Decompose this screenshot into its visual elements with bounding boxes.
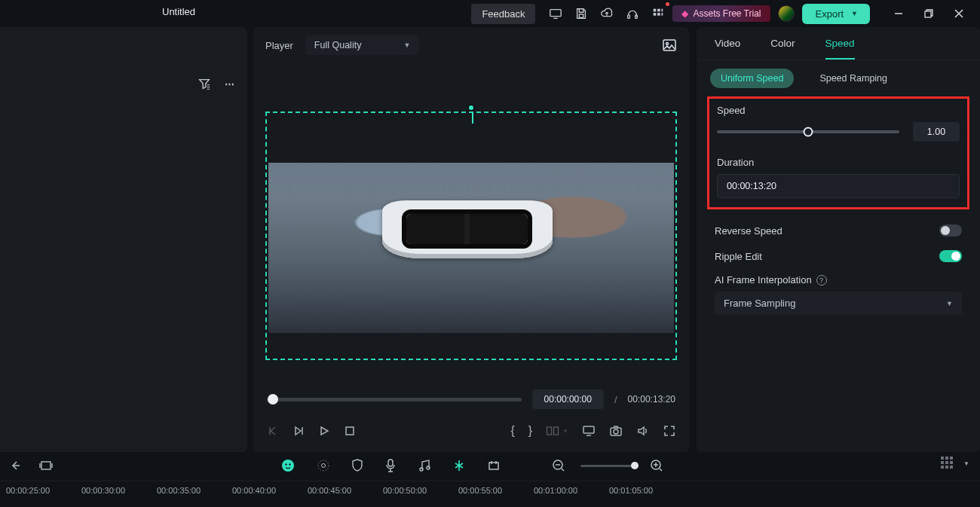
chevron-down-icon: ▼ xyxy=(946,300,953,307)
svg-rect-16 xyxy=(583,426,594,433)
timeline-ai-icon[interactable] xyxy=(280,458,296,473)
display-output-button[interactable] xyxy=(582,425,596,437)
volume-icon[interactable] xyxy=(636,425,650,437)
subtab-uniform-speed[interactable]: Uniform Speed xyxy=(710,69,794,88)
svg-rect-13 xyxy=(346,427,354,435)
media-panel xyxy=(0,27,247,452)
assets-trial-button[interactable]: ◆ Assets Free Trial xyxy=(672,5,770,22)
player-panel: Player Full Quality ▼ 00:00:00:00 / 00:0… xyxy=(253,27,689,452)
svg-rect-8 xyxy=(662,9,663,12)
quality-value: Full Quality xyxy=(314,40,362,50)
preview-selection-frame[interactable] xyxy=(265,111,677,360)
ruler-timecode: 00:01:05:00 xyxy=(609,486,653,495)
view-grid-icon[interactable] xyxy=(941,457,954,470)
ruler-timecode: 00:00:35:00 xyxy=(157,486,201,495)
speed-slider[interactable] xyxy=(717,130,899,133)
current-time[interactable]: 00:00:00:00 xyxy=(532,389,604,409)
duration-input[interactable]: 00:00:13:20 xyxy=(717,174,960,198)
duration-label: Duration xyxy=(717,154,960,174)
player-progress-row: 00:00:00:00 / 00:00:13:20 xyxy=(265,384,677,414)
svg-point-20 xyxy=(282,460,294,472)
ruler-timecode: 00:00:40:00 xyxy=(232,486,276,495)
play-next-button[interactable] xyxy=(292,425,305,437)
timeline-shield-icon[interactable] xyxy=(351,459,363,472)
filter-icon[interactable] xyxy=(198,77,211,90)
zoom-in-button[interactable] xyxy=(650,459,663,472)
svg-rect-19 xyxy=(41,462,51,469)
timeline-mic-icon[interactable] xyxy=(384,459,397,472)
svg-point-12 xyxy=(666,43,669,45)
headphones-icon[interactable] xyxy=(623,4,642,23)
timeline-back-icon[interactable] xyxy=(9,459,23,472)
ruler-timecode: 00:00:55:00 xyxy=(458,486,502,495)
tab-video[interactable]: Video xyxy=(715,38,740,49)
mark-out-button[interactable]: } xyxy=(528,424,532,438)
reverse-speed-label: Reverse Speed xyxy=(715,225,782,237)
progress-slider[interactable] xyxy=(267,398,522,402)
zoom-slider[interactable] xyxy=(580,465,635,467)
zoom-thumb[interactable] xyxy=(631,462,639,469)
tab-color[interactable]: Color xyxy=(770,38,795,49)
svg-point-24 xyxy=(318,460,329,471)
window-maximize-button[interactable] xyxy=(914,9,944,18)
ai-interpolation-dropdown[interactable]: Frame Sampling ▼ xyxy=(715,292,962,315)
speed-slider-thumb[interactable] xyxy=(804,127,813,137)
stop-button[interactable] xyxy=(344,425,356,437)
fullscreen-icon[interactable] xyxy=(663,425,675,437)
cloud-icon[interactable] xyxy=(597,4,617,23)
speed-settings-highlight: Speed 1.00 Duration 00:00:13:20 xyxy=(707,96,969,209)
export-button[interactable]: Export ▼ xyxy=(802,4,871,24)
svg-rect-5 xyxy=(658,9,661,12)
feedback-button[interactable]: Feedback xyxy=(471,4,535,24)
svg-rect-6 xyxy=(654,13,657,16)
window-minimize-button[interactable] xyxy=(884,9,914,18)
svg-point-18 xyxy=(614,429,618,434)
prev-frame-button[interactable] xyxy=(267,425,279,437)
apps-grid-icon[interactable] xyxy=(648,4,668,23)
window-close-button[interactable] xyxy=(944,9,974,18)
more-options-icon[interactable] xyxy=(225,78,235,90)
playhead-handle[interactable] xyxy=(467,104,475,111)
notification-dot xyxy=(666,2,669,6)
timeline-split-icon[interactable] xyxy=(452,459,466,472)
svg-rect-25 xyxy=(388,460,393,466)
ruler-timecode: 00:01:00:00 xyxy=(534,486,577,495)
time-separator: / xyxy=(614,394,617,405)
svg-point-23 xyxy=(322,464,326,468)
ruler-timecode: 00:00:25:00 xyxy=(6,486,50,495)
svg-rect-10 xyxy=(925,11,931,17)
timeline-music-icon[interactable] xyxy=(418,459,431,472)
progress-thumb[interactable] xyxy=(268,394,278,405)
mark-in-button[interactable]: { xyxy=(510,424,514,438)
tab-speed[interactable]: Speed xyxy=(825,38,855,49)
speed-value-input[interactable]: 1.00 xyxy=(913,122,960,142)
info-icon[interactable]: ? xyxy=(816,275,827,286)
save-icon[interactable] xyxy=(571,4,591,23)
ruler-timecode: 00:00:50:00 xyxy=(383,486,427,495)
play-button[interactable] xyxy=(318,425,330,437)
svg-rect-9 xyxy=(662,13,663,16)
compare-button[interactable]: ▼ xyxy=(546,425,568,437)
ripple-edit-toggle[interactable] xyxy=(939,250,962,262)
player-label: Player xyxy=(265,40,293,51)
quality-dropdown[interactable]: Full Quality ▼ xyxy=(305,35,419,55)
ripple-edit-label: Ripple Edit xyxy=(715,251,762,262)
svg-rect-15 xyxy=(554,427,559,435)
svg-rect-1 xyxy=(580,14,583,18)
camera-icon[interactable] xyxy=(609,425,623,437)
preview-area[interactable] xyxy=(265,63,677,384)
snapshot-icon[interactable] xyxy=(662,38,677,53)
chevron-down-icon: ▼ xyxy=(562,428,568,435)
reverse-speed-toggle[interactable] xyxy=(939,224,962,237)
diamond-icon: ◆ xyxy=(681,8,688,19)
chevron-down-icon[interactable]: ▼ xyxy=(963,460,969,467)
zoom-out-button[interactable] xyxy=(552,459,565,472)
screen-icon[interactable] xyxy=(546,4,565,23)
timeline-effects-icon[interactable] xyxy=(317,459,330,472)
globe-icon[interactable] xyxy=(778,5,795,22)
timeline-toolbar: ▼ xyxy=(0,450,980,481)
subtab-speed-ramping[interactable]: Speed Ramping xyxy=(809,69,898,88)
timeline-ruler[interactable]: 00:00:25:0000:00:30:0000:00:35:0000:00:4… xyxy=(0,481,980,507)
timeline-clip-icon[interactable] xyxy=(38,460,54,471)
svg-point-22 xyxy=(289,463,290,465)
